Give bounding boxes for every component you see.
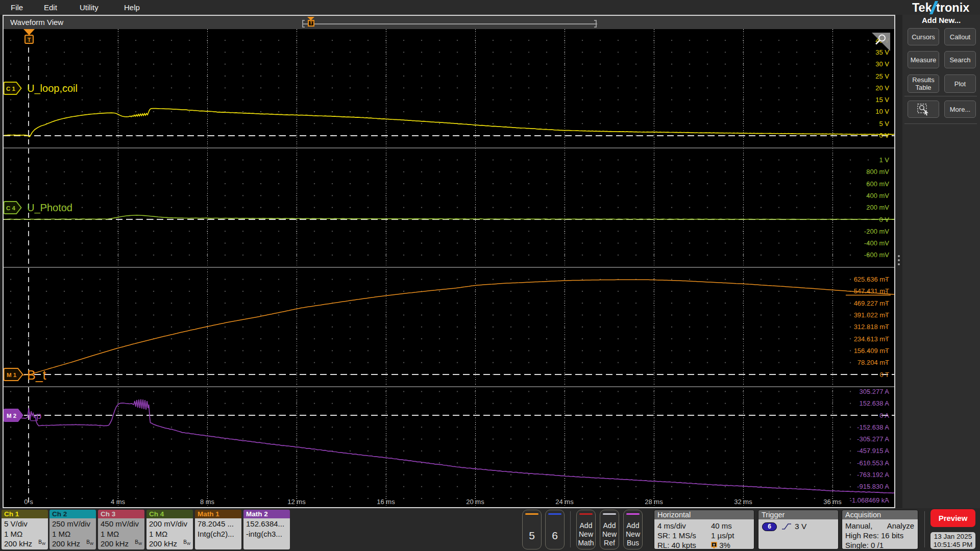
svg-text:8 ms: 8 ms bbox=[200, 498, 215, 506]
svg-text:312.818 mT: 312.818 mT bbox=[854, 323, 889, 331]
svg-text:T: T bbox=[713, 543, 716, 547]
svg-text:78.204 mT: 78.204 mT bbox=[857, 359, 889, 366]
svg-text:C 4: C 4 bbox=[6, 205, 16, 211]
svg-text:20 V: 20 V bbox=[875, 84, 889, 92]
svg-text:15 V: 15 V bbox=[875, 96, 889, 104]
svg-text:391.022 mT: 391.022 mT bbox=[854, 311, 889, 319]
svg-text:625.636 mT: 625.636 mT bbox=[854, 276, 889, 283]
svg-text:0 T: 0 T bbox=[879, 371, 889, 379]
svg-text:547.431 mT: 547.431 mT bbox=[854, 287, 889, 295]
svg-text:800 mV: 800 mV bbox=[866, 168, 889, 176]
svg-text:24 ms: 24 ms bbox=[555, 498, 574, 506]
svg-text:20 ms: 20 ms bbox=[466, 498, 484, 506]
svg-text:28 ms: 28 ms bbox=[645, 498, 663, 506]
svg-text:-763.192 A: -763.192 A bbox=[857, 471, 889, 479]
svg-text:I_p: I_p bbox=[28, 410, 41, 421]
svg-text:156.409 mT: 156.409 mT bbox=[854, 347, 889, 355]
svg-text:200 mV: 200 mV bbox=[866, 204, 889, 211]
svg-text:469.227 mT: 469.227 mT bbox=[854, 299, 889, 307]
svg-text:-610.553 A: -610.553 A bbox=[857, 459, 889, 467]
svg-text:10 V: 10 V bbox=[875, 108, 889, 115]
svg-text:U_loop,coil: U_loop,coil bbox=[27, 83, 78, 94]
svg-text:T: T bbox=[28, 37, 31, 43]
svg-text:-600 mV: -600 mV bbox=[864, 251, 889, 259]
svg-text:B_t: B_t bbox=[27, 368, 46, 382]
svg-text:0 s: 0 s bbox=[24, 498, 33, 506]
svg-text:C 1: C 1 bbox=[6, 86, 16, 92]
svg-text:-1.068469 kA: -1.068469 kA bbox=[850, 496, 890, 504]
svg-text:M 1: M 1 bbox=[7, 372, 17, 378]
svg-text:12 ms: 12 ms bbox=[287, 498, 306, 506]
svg-text:0 V: 0 V bbox=[879, 132, 889, 139]
svg-text:35 V: 35 V bbox=[875, 48, 889, 56]
svg-text:32 ms: 32 ms bbox=[734, 498, 752, 506]
svg-text:M 2: M 2 bbox=[7, 413, 16, 419]
svg-text:-305.277 A: -305.277 A bbox=[857, 435, 889, 443]
svg-text:600 mV: 600 mV bbox=[866, 180, 889, 188]
svg-text:5 V: 5 V bbox=[879, 120, 889, 128]
svg-text:400 mV: 400 mV bbox=[866, 192, 889, 199]
svg-text:4 ms: 4 ms bbox=[111, 498, 126, 506]
svg-text:Tek: Tek bbox=[912, 1, 933, 14]
svg-text:0 A: 0 A bbox=[879, 412, 889, 419]
svg-text:-915.830 A: -915.830 A bbox=[857, 483, 889, 490]
svg-text:234.613 mT: 234.613 mT bbox=[854, 335, 889, 343]
svg-text:-400 mV: -400 mV bbox=[864, 239, 889, 247]
svg-text:tronix: tronix bbox=[936, 1, 969, 14]
svg-text:305.277 A: 305.277 A bbox=[859, 388, 889, 395]
svg-text:-200 mV: -200 mV bbox=[864, 228, 889, 235]
svg-text:-457.915 A: -457.915 A bbox=[857, 447, 889, 455]
svg-text:-152.638 A: -152.638 A bbox=[857, 423, 889, 431]
svg-text:16 ms: 16 ms bbox=[377, 498, 395, 506]
svg-text:36 ms: 36 ms bbox=[823, 498, 842, 506]
svg-text:0 V: 0 V bbox=[879, 216, 889, 223]
svg-text:152.638 A: 152.638 A bbox=[859, 399, 889, 407]
svg-text:30 V: 30 V bbox=[875, 60, 889, 68]
svg-text:U_Photod: U_Photod bbox=[27, 202, 72, 214]
svg-text:1 V: 1 V bbox=[879, 156, 889, 164]
svg-text:25 V: 25 V bbox=[875, 72, 889, 80]
